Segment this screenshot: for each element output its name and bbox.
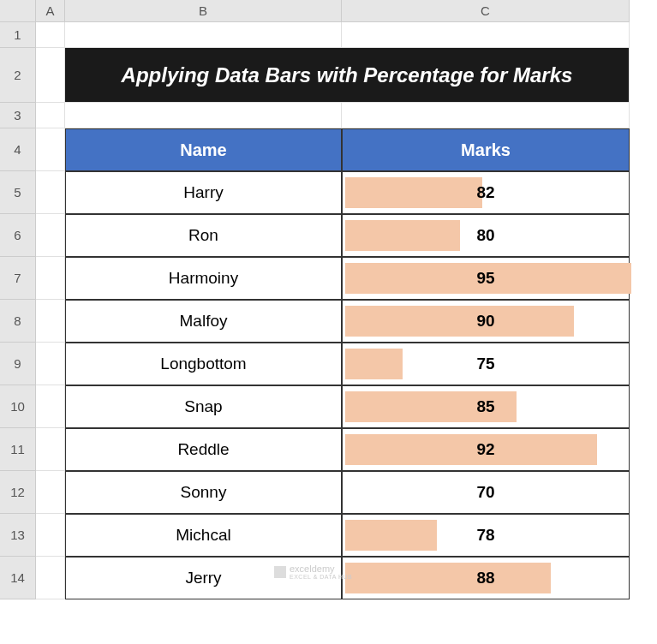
marks-cell[interactable]: 95 [342, 257, 630, 300]
watermark: exceldemy EXCEL & DATA HUB [274, 564, 352, 580]
row-header-3[interactable]: 3 [0, 103, 36, 128]
marks-cell[interactable]: 80 [342, 214, 630, 257]
cell-a5[interactable] [36, 171, 65, 214]
cell-a14[interactable] [36, 557, 65, 599]
row-header-2[interactable]: 2 [0, 48, 36, 103]
marks-cell[interactable]: 85 [342, 385, 630, 428]
watermark-icon [274, 566, 286, 578]
name-cell[interactable]: Ron [65, 214, 342, 257]
cell-a4[interactable] [36, 128, 65, 171]
row-header-9[interactable]: 9 [0, 343, 36, 385]
spreadsheet-grid: A B C 1 2 Applying Data Bars with Percen… [0, 0, 657, 599]
cell-a10[interactable] [36, 385, 65, 428]
cell-a12[interactable] [36, 471, 65, 514]
cell-b1[interactable] [65, 22, 342, 48]
row-header-8[interactable]: 8 [0, 300, 36, 343]
marks-cell[interactable]: 82 [342, 171, 630, 214]
cell-a11[interactable] [36, 428, 65, 471]
marks-value: 80 [343, 226, 629, 245]
name-cell[interactable]: Longbottom [65, 343, 342, 385]
watermark-text: exceldemy [290, 564, 335, 574]
title-cell[interactable]: Applying Data Bars with Percentage for M… [65, 48, 630, 103]
cell-a8[interactable] [36, 300, 65, 343]
cell-c1[interactable] [342, 22, 630, 48]
row-header-5[interactable]: 5 [0, 171, 36, 214]
cell-a3[interactable] [36, 103, 65, 128]
marks-cell[interactable]: 90 [342, 300, 630, 343]
row-header-10[interactable]: 10 [0, 385, 36, 428]
marks-cell[interactable]: 78 [342, 514, 630, 557]
marks-value: 78 [343, 526, 629, 545]
cell-a6[interactable] [36, 214, 65, 257]
row-header-6[interactable]: 6 [0, 214, 36, 257]
row-header-11[interactable]: 11 [0, 428, 36, 471]
marks-value: 75 [343, 355, 629, 373]
watermark-subtext: EXCEL & DATA HUB [290, 574, 352, 580]
marks-value: 92 [343, 440, 629, 459]
row-header-12[interactable]: 12 [0, 471, 36, 514]
header-name[interactable]: Name [65, 128, 342, 171]
marks-cell[interactable]: 70 [342, 471, 630, 514]
name-cell[interactable]: Harmoiny [65, 257, 342, 300]
cell-a9[interactable] [36, 343, 65, 385]
col-header-c[interactable]: C [342, 0, 630, 22]
marks-value: 90 [343, 312, 629, 331]
row-header-7[interactable]: 7 [0, 257, 36, 300]
select-all-corner[interactable] [0, 0, 36, 22]
cell-b3[interactable] [65, 103, 342, 128]
cell-a2[interactable] [36, 48, 65, 103]
marks-cell[interactable]: 88 [342, 557, 630, 599]
marks-cell[interactable]: 75 [342, 343, 630, 385]
marks-value: 85 [343, 397, 629, 416]
marks-value: 88 [343, 569, 629, 587]
row-header-13[interactable]: 13 [0, 514, 36, 557]
cell-a13[interactable] [36, 514, 65, 557]
header-marks[interactable]: Marks [342, 128, 630, 171]
name-cell[interactable]: Michcal [65, 514, 342, 557]
name-cell[interactable]: Sonny [65, 471, 342, 514]
name-cell[interactable]: Reddle [65, 428, 342, 471]
row-header-4[interactable]: 4 [0, 128, 36, 171]
row-header-1[interactable]: 1 [0, 22, 36, 48]
cell-c3[interactable] [342, 103, 630, 128]
marks-value: 82 [343, 183, 629, 202]
marks-cell[interactable]: 92 [342, 428, 630, 471]
col-header-b[interactable]: B [65, 0, 342, 22]
name-cell[interactable]: Malfoy [65, 300, 342, 343]
marks-value: 70 [343, 483, 629, 502]
name-cell[interactable]: Harry [65, 171, 342, 214]
name-cell[interactable]: Snap [65, 385, 342, 428]
row-header-14[interactable]: 14 [0, 557, 36, 599]
cell-a7[interactable] [36, 257, 65, 300]
marks-value: 95 [343, 269, 629, 288]
col-header-a[interactable]: A [36, 0, 65, 22]
cell-a1[interactable] [36, 22, 65, 48]
